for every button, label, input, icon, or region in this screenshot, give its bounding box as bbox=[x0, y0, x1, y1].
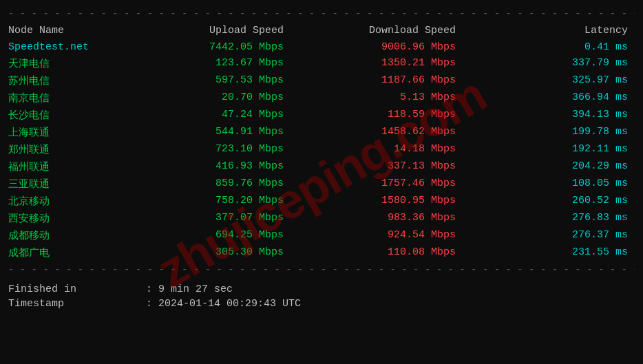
table-row: 三亚联通 859.76 Mbps 1757.46 Mbps 108.05 ms bbox=[8, 175, 635, 193]
cell-latency: 366.94 ms bbox=[476, 92, 635, 105]
divider-middle: - - - - - - - - - - - - - - - - - - - - … bbox=[8, 264, 635, 275]
table-body: Speedtest.net 7442.05 Mbps 9006.96 Mbps … bbox=[8, 39, 635, 261]
footer-finished-row: Finished in : 9 min 27 sec bbox=[8, 282, 635, 297]
cell-latency: 199.78 ms bbox=[476, 126, 635, 139]
table-row: 长沙电信 47.24 Mbps 118.59 Mbps 394.13 ms bbox=[8, 107, 635, 124]
cell-upload: 694.25 Mbps bbox=[146, 229, 304, 242]
cell-latency: 231.55 ms bbox=[476, 246, 635, 259]
table-row: 郑州联通 723.10 Mbps 14.18 Mbps 192.11 ms bbox=[8, 141, 635, 158]
cell-download: 1757.46 Mbps bbox=[304, 178, 476, 191]
cell-upload: 758.20 Mbps bbox=[146, 195, 304, 208]
footer-timestamp-row: Timestamp : 2024-01-14 00:29:43 UTC bbox=[8, 297, 635, 311]
cell-latency: 108.05 ms bbox=[476, 178, 635, 191]
cell-node: 南京电信 bbox=[8, 92, 146, 105]
cell-download: 337.13 Mbps bbox=[304, 160, 476, 173]
cell-latency: 325.97 ms bbox=[476, 74, 635, 87]
cell-node: 天津电信 bbox=[8, 57, 146, 70]
cell-download: 1350.21 Mbps bbox=[304, 57, 476, 70]
cell-download: 110.08 Mbps bbox=[304, 246, 476, 259]
cell-latency: 192.11 ms bbox=[476, 143, 635, 156]
cell-latency: 204.29 ms bbox=[476, 160, 635, 173]
cell-node: 成都广电 bbox=[8, 246, 146, 259]
cell-upload: 597.53 Mbps bbox=[146, 74, 304, 87]
main-container: - - - - - - - - - - - - - - - - - - - - … bbox=[0, 0, 643, 364]
table-row: 南京电信 20.70 Mbps 5.13 Mbps 366.94 ms bbox=[8, 89, 635, 107]
footer-timestamp-label: Timestamp bbox=[8, 298, 146, 310]
cell-node: 郑州联通 bbox=[8, 143, 146, 156]
cell-latency: 0.41 ms bbox=[476, 41, 635, 53]
cell-latency: 276.37 ms bbox=[476, 229, 635, 242]
divider-top: - - - - - - - - - - - - - - - - - - - - … bbox=[8, 8, 635, 19]
cell-node: 北京移动 bbox=[8, 195, 146, 208]
cell-download: 924.54 Mbps bbox=[304, 229, 476, 242]
cell-latency: 260.52 ms bbox=[476, 195, 635, 208]
cell-upload: 20.70 Mbps bbox=[146, 92, 304, 105]
cell-node: 长沙电信 bbox=[8, 109, 146, 122]
cell-node: 苏州电信 bbox=[8, 74, 146, 87]
header-download: Download Speed bbox=[304, 25, 476, 36]
cell-upload: 305.30 Mbps bbox=[146, 246, 304, 259]
cell-node: 三亚联通 bbox=[8, 178, 146, 191]
table-row: 苏州电信 597.53 Mbps 1187.66 Mbps 325.97 ms bbox=[8, 72, 635, 89]
cell-upload: 544.91 Mbps bbox=[146, 126, 304, 139]
cell-latency: 276.83 ms bbox=[476, 212, 635, 225]
cell-node: 福州联通 bbox=[8, 160, 146, 173]
cell-download: 9006.96 Mbps bbox=[304, 41, 476, 53]
cell-upload: 416.93 Mbps bbox=[146, 160, 304, 173]
table-row: 成都广电 305.30 Mbps 110.08 Mbps 231.55 ms bbox=[8, 244, 635, 261]
cell-download: 1187.66 Mbps bbox=[304, 74, 476, 87]
cell-latency: 394.13 ms bbox=[476, 109, 635, 122]
header-upload: Upload Speed bbox=[146, 25, 304, 36]
cell-download: 5.13 Mbps bbox=[304, 92, 476, 105]
cell-node: 上海联通 bbox=[8, 126, 146, 139]
footer-timestamp-value: : 2024-01-14 00:29:43 UTC bbox=[146, 298, 301, 310]
table-row: Speedtest.net 7442.05 Mbps 9006.96 Mbps … bbox=[8, 39, 635, 55]
cell-download: 14.18 Mbps bbox=[304, 143, 476, 156]
cell-node: 西安移动 bbox=[8, 212, 146, 225]
footer-section: Finished in : 9 min 27 sec Timestamp : 2… bbox=[8, 279, 635, 311]
cell-node: Speedtest.net bbox=[8, 41, 146, 53]
cell-upload: 859.76 Mbps bbox=[146, 178, 304, 191]
table-row: 北京移动 758.20 Mbps 1580.95 Mbps 260.52 ms bbox=[8, 193, 635, 210]
table-header: Node Name Upload Speed Download Speed La… bbox=[8, 22, 635, 39]
cell-upload: 7442.05 Mbps bbox=[146, 41, 304, 53]
header-node: Node Name bbox=[8, 25, 146, 36]
table-row: 成都移动 694.25 Mbps 924.54 Mbps 276.37 ms bbox=[8, 227, 635, 244]
cell-download: 1458.62 Mbps bbox=[304, 126, 476, 139]
cell-upload: 377.07 Mbps bbox=[146, 212, 304, 225]
cell-node: 成都移动 bbox=[8, 229, 146, 242]
header-latency: Latency bbox=[476, 25, 635, 36]
cell-download: 118.59 Mbps bbox=[304, 109, 476, 122]
cell-download: 983.36 Mbps bbox=[304, 212, 476, 225]
cell-upload: 123.67 Mbps bbox=[146, 57, 304, 70]
footer-finished-value: : 9 min 27 sec bbox=[146, 283, 233, 295]
table-row: 天津电信 123.67 Mbps 1350.21 Mbps 337.79 ms bbox=[8, 55, 635, 72]
cell-download: 1580.95 Mbps bbox=[304, 195, 476, 208]
footer-finished-label: Finished in bbox=[8, 283, 146, 295]
cell-latency: 337.79 ms bbox=[476, 57, 635, 70]
table-row: 上海联通 544.91 Mbps 1458.62 Mbps 199.78 ms bbox=[8, 124, 635, 141]
cell-upload: 723.10 Mbps bbox=[146, 143, 304, 156]
table-row: 福州联通 416.93 Mbps 337.13 Mbps 204.29 ms bbox=[8, 158, 635, 175]
cell-upload: 47.24 Mbps bbox=[146, 109, 304, 122]
table-row: 西安移动 377.07 Mbps 983.36 Mbps 276.83 ms bbox=[8, 210, 635, 227]
